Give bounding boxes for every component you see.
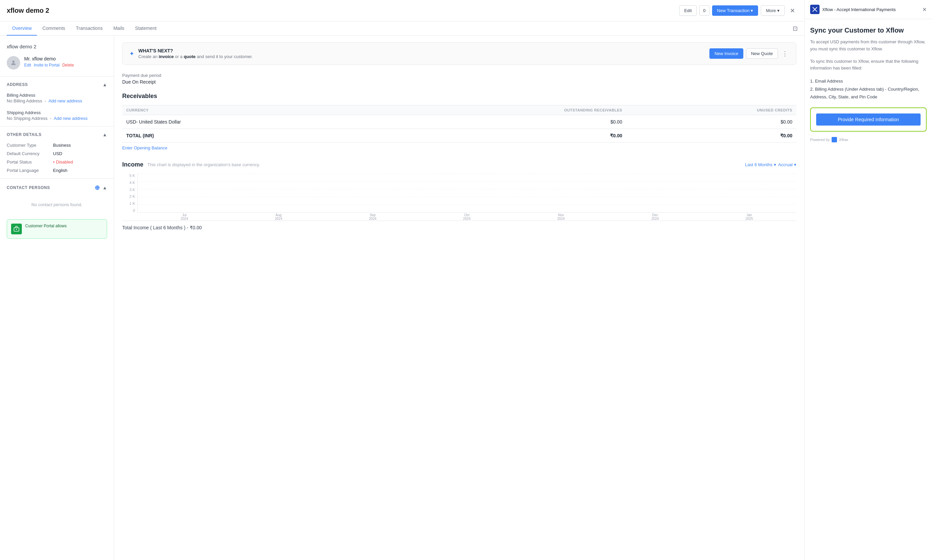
x-label: Nov2024: [557, 213, 565, 221]
xflow-close-button[interactable]: ✕: [922, 6, 927, 13]
x-label: Jul2024: [181, 213, 188, 221]
add-contact-person-button[interactable]: ⊕: [95, 184, 100, 191]
portal-icon: [11, 224, 22, 234]
whats-next-banner: ✦ WHAT'S NEXT? Create an invoice or a qu…: [122, 42, 797, 65]
income-chart: 5 K4 K3 K2 K1 K0 Jul2024Aug2024Sep2024Oc…: [122, 174, 797, 221]
income-filter: Last 6 Months ▾ Accrual ▾: [745, 162, 797, 167]
address-toggle[interactable]: ▲: [102, 82, 107, 87]
filter-type-chevron: ▾: [794, 162, 797, 167]
total-income: Total Income ( Last 6 Months ) - ₹0.00: [122, 221, 797, 234]
unused-cell: $0.00: [626, 115, 797, 129]
xflow-desc1: To accept USD payments from this custome…: [810, 38, 927, 53]
svg-point-0: [12, 60, 15, 63]
xflow-panel-header: Xflow - Accept International Payments ✕: [805, 0, 932, 19]
provide-info-button[interactable]: Provide Required Information: [816, 114, 921, 126]
filter-period-chevron: ▾: [774, 162, 776, 167]
main-panel: ✦ WHAT'S NEXT? Create an invoice or a qu…: [114, 35, 804, 560]
new-transaction-button[interactable]: New Transaction ▾: [712, 5, 758, 16]
x-label: Jan2025: [746, 213, 753, 221]
icon-zero-button[interactable]: 0: [699, 5, 709, 16]
receivables-table: CURRENCY OUTSTANDING RECEIVABLES UNUSED …: [122, 105, 797, 143]
billing-add-link[interactable]: Add new address: [48, 98, 82, 103]
page-title: xflow demo 2: [7, 7, 49, 14]
xflow-panel-title: Xflow - Accept International Payments: [822, 7, 896, 12]
enter-opening-balance-link[interactable]: Enter Opening Balance: [122, 143, 797, 153]
shipping-add-link[interactable]: Add new address: [54, 116, 87, 121]
payment-value: Due On Receipt: [122, 79, 797, 85]
table-row: TOTAL (INR) ₹0.00 ₹0.00: [122, 129, 797, 143]
tab-transactions[interactable]: Transactions: [71, 22, 108, 35]
xflow-panel-body: Sync your Customer to Xflow To accept US…: [805, 19, 932, 149]
xflow-desc2: To sync this customer to Xflow, ensure t…: [810, 58, 927, 72]
chart-area: [137, 174, 797, 212]
tab-statement[interactable]: Statement: [129, 22, 162, 35]
whats-next-icon: ✦: [129, 50, 134, 57]
portal-status-value: ● Disabled: [53, 160, 73, 165]
contact-persons-title: CONTACT PERSONS: [7, 185, 50, 190]
contact-persons-section: No contact persons found.: [0, 194, 114, 215]
other-details-header: OTHER DETAILS ▲: [0, 129, 114, 140]
contact-delete-link[interactable]: Delete: [62, 63, 74, 68]
customer-type-value: Business: [53, 143, 71, 148]
header-actions: Edit 0 New Transaction ▾ More ▾ ✕: [679, 5, 798, 16]
tab-comments[interactable]: Comments: [37, 22, 71, 35]
customer-type-label: Customer Type: [7, 143, 50, 148]
address-section-header: ADDRESS ▲: [0, 79, 114, 90]
portal-language-value: English: [53, 168, 68, 173]
svg-point-2: [16, 229, 17, 230]
filter-type-button[interactable]: Accrual ▾: [778, 162, 797, 167]
new-quote-button[interactable]: New Quote: [746, 48, 778, 59]
customer-portal-banner: Customer Portal allows: [7, 219, 107, 239]
y-axis: 5 K4 K3 K2 K1 K0: [122, 174, 135, 212]
contact-name: Mr. xflow demo: [24, 56, 107, 62]
whats-next-title: WHAT'S NEXT?: [138, 48, 253, 53]
contact-persons-toggle[interactable]: ▲: [102, 185, 107, 190]
chat-icon[interactable]: ⊡: [793, 25, 798, 32]
whats-next-desc: Create an invoice or a quote and send it…: [138, 54, 253, 59]
edit-button[interactable]: Edit: [679, 5, 697, 16]
xflow-logo: [810, 5, 820, 14]
shipping-address: Shipping Address No Shipping Address - A…: [0, 108, 114, 125]
y-label: 3 K: [122, 188, 135, 192]
other-details-toggle[interactable]: ▲: [102, 132, 107, 137]
default-currency-label: Default Currency: [7, 151, 50, 156]
payment-info: Payment due period Due On Receipt: [122, 73, 797, 85]
xflow-panel: Xflow - Accept International Payments ✕ …: [804, 0, 932, 560]
more-button[interactable]: More ▾: [761, 5, 784, 16]
xflow-heading: Sync your Customer to Xflow: [810, 26, 927, 35]
y-label: 5 K: [122, 174, 135, 178]
customer-type-row: Customer Type Business: [7, 143, 107, 148]
payment-label: Payment due period: [122, 73, 797, 78]
tab-overview[interactable]: Overview: [7, 22, 37, 35]
tab-mails[interactable]: Mails: [108, 22, 130, 35]
y-label: 1 K: [122, 202, 135, 205]
contact-edit-link[interactable]: Edit: [24, 63, 31, 68]
body-layout: xflow demo 2 Mr. xflow demo Edit Invite …: [0, 35, 804, 560]
table-row: USD- United States Dollar $0.00 $0.00: [122, 115, 797, 129]
y-label: 2 K: [122, 194, 135, 198]
portal-language-label: Portal Language: [7, 168, 50, 173]
more-options-icon[interactable]: ⋮: [781, 49, 789, 59]
default-currency-row: Default Currency USD: [7, 151, 107, 156]
default-currency-value: USD: [53, 151, 62, 156]
outstanding-cell: $0.00: [367, 115, 626, 129]
dropdown-chevron-icon: ▾: [751, 8, 753, 13]
close-button[interactable]: ✕: [787, 6, 798, 16]
new-invoice-button[interactable]: New Invoice: [709, 48, 743, 59]
y-label: 0: [122, 208, 135, 212]
y-label: 4 K: [122, 181, 135, 185]
contact-invite-link[interactable]: Invite to Portal: [34, 63, 60, 68]
filter-period-button[interactable]: Last 6 Months ▾: [745, 162, 776, 167]
billing-label: Billing Address: [7, 93, 107, 98]
outstanding-cell: ₹0.00: [367, 129, 626, 143]
col-currency: CURRENCY: [122, 105, 367, 115]
portal-text: Customer Portal allows: [25, 224, 66, 228]
income-subtitle: This chart is displayed in the organizat…: [148, 162, 741, 167]
x-label: Oct2024: [463, 213, 471, 221]
contact-details: Mr. xflow demo Edit Invite to Portal Del…: [24, 56, 107, 68]
tabs-bar: Overview Comments Transactions Mails Sta…: [0, 22, 804, 35]
contact-actions: Edit Invite to Portal Delete: [24, 63, 107, 68]
contact-persons-header: CONTACT PERSONS ⊕ ▲: [0, 181, 114, 194]
xflow-powered-logo: [832, 137, 837, 142]
portal-language-row: Portal Language English: [7, 168, 107, 173]
